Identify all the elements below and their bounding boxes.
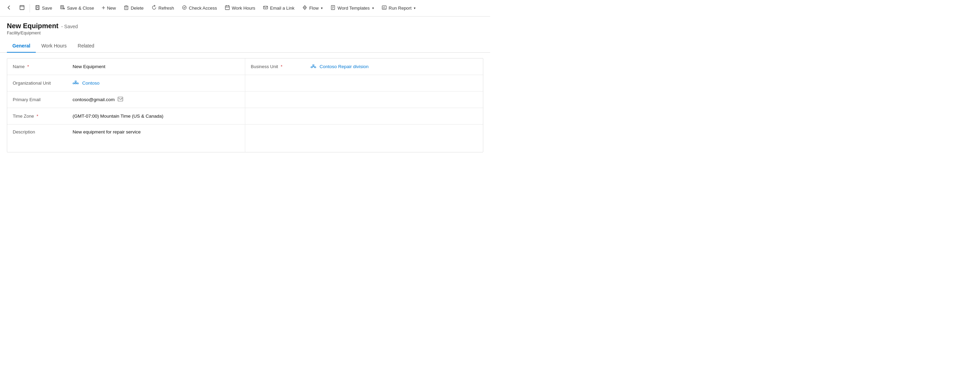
- email-link-icon: [263, 5, 268, 11]
- tab-related[interactable]: Related: [72, 40, 100, 53]
- business-unit-label: Business Unit *: [245, 60, 307, 73]
- svg-rect-0: [20, 5, 24, 10]
- form-area: Name * New Equipment Business Unit *: [7, 58, 483, 152]
- name-required-indicator: *: [26, 64, 29, 69]
- svg-rect-17: [264, 6, 267, 9]
- page-subtitle: Facility/Equipment: [7, 30, 483, 35]
- svg-rect-13: [225, 6, 229, 10]
- back-button[interactable]: [3, 3, 15, 13]
- primary-email-label: Primary Email: [7, 93, 69, 106]
- org-unit-right-col: [245, 75, 483, 91]
- name-field-col: Name * New Equipment: [7, 59, 245, 75]
- check-access-button[interactable]: Check Access: [178, 3, 221, 13]
- svg-point-12: [183, 6, 186, 10]
- svg-rect-32: [75, 81, 76, 82]
- email-field-col: Primary Email contoso@gmail.com: [7, 91, 245, 108]
- new-button[interactable]: + New: [98, 2, 119, 14]
- flow-icon: [302, 5, 307, 11]
- business-unit-value[interactable]: Contoso Repair division: [307, 59, 483, 73]
- run-report-button[interactable]: Run Report ▾: [378, 3, 419, 13]
- form-row-timezone: Time Zone * (GMT-07:00) Mountain Time (U…: [7, 108, 483, 124]
- form-row-name: Name * New Equipment Business Unit *: [7, 59, 483, 75]
- run-report-chevron-icon: ▾: [414, 6, 415, 10]
- work-hours-label: Work Hours: [232, 5, 255, 11]
- email-link-label: Email a Link: [270, 5, 294, 11]
- description-value[interactable]: New equipment for repair service: [69, 124, 245, 139]
- business-unit-icon: [310, 64, 318, 69]
- email-compose-icon[interactable]: [118, 97, 123, 102]
- check-access-label: Check Access: [189, 5, 217, 11]
- tz-required-indicator: *: [35, 113, 38, 119]
- new-label: New: [107, 5, 116, 11]
- name-value[interactable]: New Equipment: [69, 60, 245, 73]
- svg-rect-4: [37, 8, 38, 9]
- save-close-button[interactable]: Save & Close: [56, 3, 98, 13]
- tabs: General Work Hours Related: [0, 40, 490, 53]
- window-icon: [19, 5, 25, 11]
- word-templates-button[interactable]: Word Templates ▾: [327, 3, 377, 13]
- description-label: Description: [7, 124, 69, 139]
- svg-rect-40: [118, 97, 123, 101]
- timezone-field-col: Time Zone * (GMT-07:00) Mountain Time (U…: [7, 108, 245, 124]
- new-icon: +: [102, 5, 105, 12]
- work-hours-button[interactable]: Work Hours: [221, 3, 259, 13]
- delete-button[interactable]: Delete: [120, 3, 147, 13]
- page-header: New Equipment - Saved Facility/Equipment: [0, 16, 490, 35]
- bu-required-indicator: *: [279, 64, 282, 69]
- save-close-label: Save & Close: [67, 5, 94, 11]
- page-saved-status: - Saved: [61, 24, 78, 29]
- svg-point-18: [304, 7, 305, 8]
- page-title: New Equipment: [7, 22, 59, 30]
- word-templates-icon: [330, 5, 336, 11]
- refresh-label: Refresh: [159, 5, 174, 11]
- refresh-button[interactable]: Refresh: [148, 3, 178, 13]
- tab-general[interactable]: General: [7, 40, 36, 53]
- email-link-button[interactable]: Email a Link: [259, 3, 298, 13]
- org-unit-value[interactable]: Contoso: [69, 76, 245, 90]
- save-label: Save: [42, 5, 52, 11]
- time-zone-value[interactable]: (GMT-07:00) Mountain Time (US & Canada): [69, 109, 245, 123]
- time-zone-label: Time Zone *: [7, 109, 69, 123]
- primary-email-value[interactable]: contoso@gmail.com: [69, 92, 245, 107]
- save-icon: [35, 5, 40, 11]
- form-row-email: Primary Email contoso@gmail.com: [7, 91, 483, 108]
- delete-icon: [124, 5, 129, 11]
- refresh-icon: [151, 5, 157, 11]
- svg-rect-27: [313, 65, 314, 66]
- word-templates-chevron-icon: ▾: [372, 6, 374, 10]
- business-unit-field-col: Business Unit * Contoso Repair division: [245, 59, 483, 75]
- svg-rect-8: [124, 6, 128, 10]
- check-access-icon: [181, 5, 187, 11]
- save-close-icon: [60, 5, 65, 11]
- description-field-col: Description New equipment for repair ser…: [7, 124, 245, 152]
- work-hours-icon: [224, 5, 230, 11]
- org-unit-field-col: Organizational Unit Contoso: [7, 75, 245, 91]
- toolbar-sep-1: [30, 4, 30, 13]
- org-unit-icon: [73, 80, 80, 86]
- description-right-col: [245, 124, 483, 152]
- email-row: contoso@gmail.com: [73, 97, 242, 102]
- run-report-icon: [382, 5, 387, 11]
- back-icon: [6, 5, 12, 11]
- timezone-right-col: [245, 108, 483, 124]
- delete-label: Delete: [131, 5, 144, 11]
- form-row-description: Description New equipment for repair ser…: [7, 124, 483, 152]
- email-right-col: [245, 91, 483, 108]
- run-report-label: Run Report: [389, 5, 411, 11]
- save-button[interactable]: Save: [31, 3, 56, 13]
- flow-button[interactable]: Flow ▾: [299, 3, 326, 13]
- flow-chevron-icon: ▾: [321, 6, 323, 10]
- name-label: Name *: [7, 60, 69, 73]
- org-unit-label: Organizational Unit: [7, 76, 69, 90]
- form-row-org-unit: Organizational Unit Contoso: [7, 75, 483, 91]
- toolbar: Save Save & Close + New D: [0, 0, 490, 16]
- window-button[interactable]: [16, 3, 28, 13]
- flow-label: Flow: [309, 5, 318, 11]
- tab-work-hours[interactable]: Work Hours: [36, 40, 72, 53]
- word-templates-label: Word Templates: [337, 5, 369, 11]
